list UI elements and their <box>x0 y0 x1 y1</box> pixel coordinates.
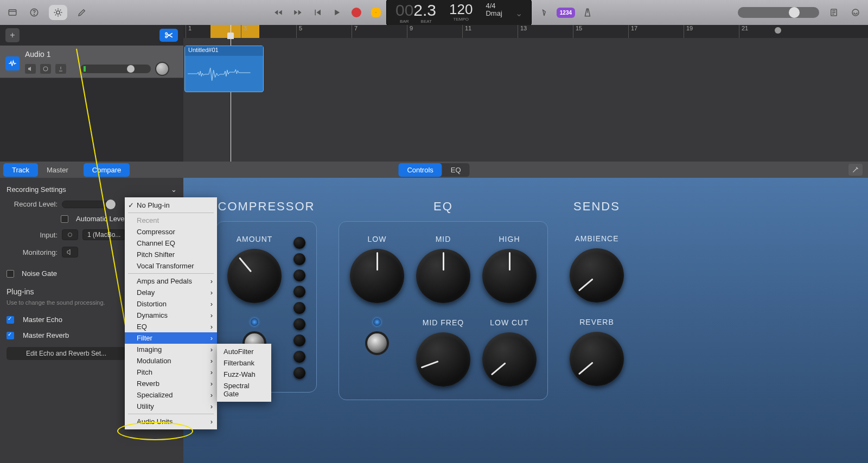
high-knob[interactable] <box>482 249 537 303</box>
tuner-button[interactable] <box>537 5 551 20</box>
menu-no-plugin[interactable]: No Plug-in <box>125 200 217 211</box>
rewind-button[interactable] <box>273 8 283 17</box>
menu-imaging[interactable]: Imaging <box>125 344 217 355</box>
waveform-icon <box>185 56 263 92</box>
svg-point-2 <box>34 14 35 15</box>
forward-button[interactable] <box>293 8 303 17</box>
submenu-spectral-gate[interactable]: Spectral Gate <box>217 380 271 400</box>
auto-level-checkbox[interactable] <box>61 215 68 223</box>
tab-master[interactable]: Master <box>38 163 77 177</box>
track-row[interactable]: Audio 1 <box>0 46 183 78</box>
tab-eq[interactable]: EQ <box>442 163 470 177</box>
low-knob[interactable] <box>350 249 404 303</box>
menu-recent-channel-eq[interactable]: Channel EQ <box>125 237 217 249</box>
pencil-icon[interactable] <box>75 5 89 20</box>
eq-label: EQ <box>433 200 453 214</box>
loop-browser-button[interactable] <box>848 5 863 20</box>
eq-led-icon <box>373 318 381 326</box>
notepad-button[interactable] <box>827 5 841 20</box>
scissors-tool[interactable] <box>159 29 178 42</box>
menu-eq[interactable]: EQ <box>125 321 217 332</box>
audio-clip[interactable]: Untitled#01 <box>184 46 264 92</box>
menu-dynamics[interactable]: Dynamics <box>125 310 217 321</box>
metronome-button[interactable] <box>580 5 595 20</box>
input-select[interactable]: 1 (MacBo... <box>82 229 125 240</box>
compressor-section: COMPRESSOR AMOUNT <box>216 200 317 463</box>
solo-button[interactable] <box>40 64 51 74</box>
help-button[interactable] <box>27 5 41 20</box>
inspector-button[interactable] <box>848 164 863 176</box>
lcd-display[interactable]: 002.3 BAR BEAT 120 TEMPO 4/4 Dmaj ⌄ <box>386 0 532 25</box>
compressor-meter-icon <box>293 237 305 379</box>
track-pan-knob[interactable] <box>155 62 169 76</box>
master-volume-slider[interactable] <box>738 7 819 18</box>
top-toolbar: 002.3 BAR BEAT 120 TEMPO 4/4 Dmaj ⌄ 1234 <box>0 0 868 25</box>
menu-audio-units[interactable]: Audio Units <box>125 416 217 427</box>
noise-gate-label: Noise Gate <box>22 269 57 278</box>
mute-button[interactable] <box>25 64 36 74</box>
lcd-bar-label: BAR <box>400 20 409 24</box>
input-monitor-button[interactable] <box>55 64 66 74</box>
svg-point-7 <box>165 36 167 37</box>
mid-knob[interactable] <box>416 249 470 303</box>
lcd-key: Dmaj <box>486 10 502 17</box>
menu-delay[interactable]: Delay <box>125 287 217 298</box>
ruler-tick: 7 <box>352 25 358 38</box>
track-name[interactable]: Audio 1 <box>25 50 178 59</box>
amount-label: AMOUNT <box>227 235 282 243</box>
low-cut-knob[interactable] <box>482 332 537 387</box>
monitoring-label: Monitoring: <box>7 248 58 256</box>
menu-reverb[interactable]: Reverb <box>125 378 217 389</box>
master-echo-checkbox[interactable] <box>7 316 14 324</box>
ambience-knob[interactable] <box>570 248 624 303</box>
library-button[interactable] <box>5 5 20 20</box>
cycle-region[interactable] <box>210 25 259 38</box>
filter-submenu[interactable]: AutoFilter Filterbank Fuzz-Wah Spectral … <box>217 344 271 402</box>
add-track-button[interactable]: + <box>5 28 20 42</box>
submenu-filterbank[interactable]: Filterbank <box>217 357 271 369</box>
record-button[interactable] <box>352 8 361 17</box>
amount-knob[interactable] <box>227 249 282 303</box>
ruler-tick: 13 <box>518 25 527 38</box>
menu-specialized[interactable]: Specialized <box>125 389 217 401</box>
menu-recent-compressor[interactable]: Compressor <box>125 226 217 237</box>
submenu-autofilter[interactable]: AutoFilter <box>217 346 271 357</box>
menu-filter[interactable]: Filter <box>125 332 217 344</box>
timeline-ruler[interactable]: 13579111315171921 <box>183 25 868 38</box>
low-label: LOW <box>350 235 404 243</box>
track-volume-slider[interactable] <box>80 65 151 73</box>
master-reverb-checkbox[interactable] <box>7 332 14 339</box>
tab-track[interactable]: Track <box>3 163 38 177</box>
arrange-grid[interactable]: 13579111315171921 Untitled#01 <box>183 25 868 162</box>
record-level-slider[interactable] <box>62 201 116 208</box>
menu-utility[interactable]: Utility <box>125 401 217 412</box>
sends-section: SENDS AMBIENCE REVERB <box>570 200 624 463</box>
menu-pitch[interactable]: Pitch <box>125 366 217 378</box>
display-mode-toggle[interactable] <box>49 5 67 20</box>
cycle-button[interactable] <box>371 8 381 17</box>
chevron-down-icon[interactable]: ⌄ <box>171 185 177 194</box>
reverb-knob[interactable] <box>570 332 624 386</box>
tab-compare[interactable]: Compare <box>84 163 130 177</box>
tab-controls[interactable]: Controls <box>398 163 442 177</box>
song-end-marker[interactable] <box>775 27 781 34</box>
noise-gate-checkbox[interactable] <box>7 270 14 278</box>
play-button[interactable] <box>332 8 342 17</box>
eq-bypass-switch[interactable] <box>365 331 389 355</box>
input-mono-toggle[interactable] <box>62 229 78 240</box>
edit-echo-reverb-button[interactable]: Edit Echo and Reverb Set... <box>7 347 126 360</box>
goto-start-button[interactable] <box>312 8 322 17</box>
svg-point-5 <box>852 9 859 16</box>
submenu-fuzz-wah[interactable]: Fuzz-Wah <box>217 369 271 380</box>
monitoring-button[interactable] <box>62 247 78 258</box>
auto-level-label: Automatic Level <box>76 215 126 223</box>
count-in-button[interactable]: 1234 <box>557 8 575 18</box>
menu-recent-pitch-shifter[interactable]: Pitch Shifter <box>125 249 217 260</box>
menu-amps[interactable]: Amps and Pedals <box>125 275 217 287</box>
menu-recent-vocal-transformer[interactable]: Vocal Transformer <box>125 260 217 272</box>
plugin-menu[interactable]: No Plug-in Recent Compressor Channel EQ … <box>125 197 217 429</box>
mid-freq-knob[interactable] <box>416 332 470 387</box>
input-label: Input: <box>7 231 58 239</box>
menu-distortion[interactable]: Distortion <box>125 298 217 310</box>
menu-modulation[interactable]: Modulation <box>125 355 217 366</box>
